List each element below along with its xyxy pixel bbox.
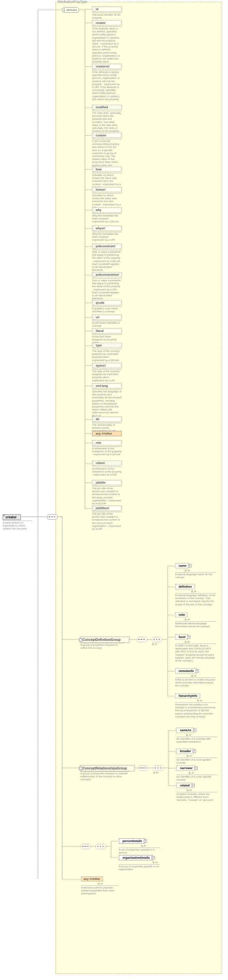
attribute-creatoruri[interactable]: creatoruriIf the attribute is empty, spe… [92,64,122,101]
attribute-qcode[interactable]: qcodeA qualified code which identifies a… [92,300,122,313]
element-personDetails[interactable]: personDetails+ [119,838,145,844]
element-name[interactable]: name+ [175,563,189,568]
occurrence: 0..∞ [186,733,191,737]
attribute-typeuri[interactable]: typeuriThe type of the concept assigned … [92,363,122,382]
connector [167,696,174,696]
connector [85,331,92,331]
attribute-whyuri[interactable]: whyuriWhy the metadata has been included… [92,226,122,242]
attribute-how[interactable]: howIndicates by which means the value wa… [92,167,122,189]
choice-icon[interactable] [95,844,106,849]
connector [91,846,95,846]
occurrence: 0..∞ [197,699,202,702]
expand-icon[interactable]: + [194,767,198,770]
element-note[interactable]: note [175,612,187,617]
connector [111,841,111,858]
connector [147,639,152,640]
attribute-label: uri [92,315,122,320]
expand-icon[interactable]: + [187,635,190,639]
sequence-icon[interactable] [80,844,91,849]
element-remoteInfo[interactable]: remoteInfo+ [175,668,196,674]
connector [62,639,80,640]
sequence-icon[interactable] [47,514,57,520]
attribute-modified[interactable]: modifiedThe date (and, optionally, the t… [92,105,122,132]
attribute-role[interactable]: roleA refinement of the semantics of the… [92,440,122,456]
attribute-annotation: Why the metadata has been included - exp… [92,232,122,242]
attribute-annotation: Indicates by which means the value was e… [92,193,122,209]
attribute-label: role [92,440,122,445]
attribute-any---other[interactable]: any ##other [92,431,122,436]
attribute-uri[interactable]: uriA URI which identifies a concept. [92,315,122,327]
attribute-label: qcode [92,300,122,305]
element-definition[interactable]: definition [175,584,195,589]
creator-annotation: A party (person or organisation) which c… [3,520,32,530]
element-sameAs[interactable]: sameAs+ [176,727,194,733]
attribute-literal[interactable]: literalA free-text value assigned as pro… [92,328,122,344]
attribute-howuri[interactable]: howuriIndicates by which means the value… [92,187,122,209]
group-cd-annotation: A group of properties required to define… [80,643,125,649]
attribute-label: dir [92,417,122,422]
expand-icon[interactable]: + [152,856,155,859]
attribute-why[interactable]: whyWhy the metadata has been included - … [92,207,122,223]
attribute-annotation: A refinement of the semantics of the pro… [92,467,122,476]
occurrence: 0..∞ [185,618,190,621]
connector [85,463,92,463]
element-annotation: An identifier of a concept with equivale… [176,737,217,743]
group-concept-relationships[interactable]: ConceptRelationshipsGroup [80,765,135,772]
group-label: ConceptDefinitionGroup [82,638,120,641]
attribute-label: creator [92,20,122,25]
group-concept-definition[interactable]: ConceptDefinitionGroup [80,636,129,643]
connector [169,751,176,751]
expand-icon[interactable]: + [193,749,196,753]
attributes-compositor[interactable]: attributes [62,7,79,13]
attribute-jobtitle[interactable]: jobtitleThe job title of the person who … [92,480,122,505]
expand-icon[interactable]: + [188,564,192,567]
element-related[interactable]: related+ [176,783,192,788]
element-hierarchyInfo[interactable]: hierarchyInfo [175,693,200,698]
element-facet[interactable]: facet+ [175,634,188,640]
attribute-creator[interactable]: creatorIf the property value is not defi… [92,20,122,63]
choice-icon[interactable] [153,765,163,771]
choice-icon[interactable] [152,637,162,642]
attribute-label: how [92,167,122,172]
attribute-type[interactable]: typeThe type of the concept assigned as … [92,343,122,362]
connector [106,846,111,846]
connector [85,443,92,443]
attribute-pubconstraint[interactable]: pubconstraintOne or many constraints tha… [92,243,122,271]
attribute-xml-lang[interactable]: xml:langSpecifies the language of this p… [92,383,122,417]
attribute-id[interactable]: idThe local identifier of the property. [92,6,122,19]
element-broader[interactable]: broader+ [176,748,194,754]
connector [62,768,80,768]
expand-icon[interactable]: + [144,839,147,843]
attribute-annotation: One or many constraints that apply to pu… [92,278,122,300]
attribute-roleuri[interactable]: roleuriA refinement of the semantics of … [92,460,122,476]
occurrence: 0..∞ [185,640,190,643]
connector [111,841,118,842]
element-annotation: An identifier of a more specific concept… [176,775,217,781]
element-organisationDetails[interactable]: organisationDetails+ [119,855,152,860]
attribute-annotation: Specifies the language of this property … [92,390,122,417]
attribute-jobtitleuri[interactable]: jobtitleuriThe job title of the person w… [92,506,122,530]
element-creator[interactable]: creator [3,514,21,520]
expand-icon[interactable]: + [196,669,199,673]
occurrence: 0..∞ [98,882,103,885]
connector [38,10,62,10]
expand-icon[interactable]: + [193,729,196,732]
occurrence: 0..∞ [192,674,196,677]
attribute-label: pubconstraint [92,243,122,249]
connector [167,615,174,615]
sequence-icon[interactable] [136,637,147,642]
any-other-element[interactable]: any ##other [81,877,103,881]
connector [85,317,92,318]
attribute-label: pubconstrainturi [92,272,122,277]
connector [85,23,92,23]
sequence-icon[interactable] [138,765,148,771]
expand-icon[interactable]: + [192,784,195,787]
occurrence: 0..∞ [187,789,192,792]
attribute-pubconstrainturi[interactable]: pubconstrainturiOne or many constraints … [92,272,122,300]
connector [79,10,85,10]
any-other-annotation: Extension point for provider-defined pro… [81,886,119,895]
element-narrower[interactable]: narrower+ [176,765,195,771]
connector [85,366,92,366]
connector [169,768,176,768]
attribute-dir[interactable]: dirThe directionality of textual content… [92,417,122,433]
